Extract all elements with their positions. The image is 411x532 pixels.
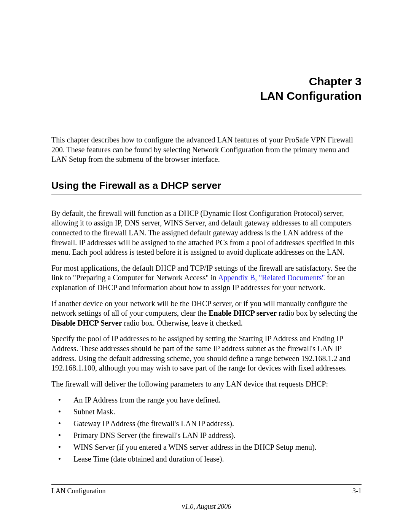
enable-dhcp-label: Enable DHCP server [209, 309, 277, 317]
footer-rule [51, 484, 362, 485]
chapter-name: LAN Configuration [51, 89, 362, 103]
body-paragraph-5: The firewall will deliver the following … [51, 379, 362, 389]
footer-row: LAN Configuration 3-1 [51, 487, 362, 495]
intro-paragraph: This chapter describes how to configure … [51, 135, 362, 165]
chapter-title: Chapter 3 LAN Configuration [51, 74, 362, 103]
list-item: Subnet Mask. [51, 407, 362, 417]
list-item: Lease Time (date obtained and duration o… [51, 454, 362, 464]
footer-version: v1.0, August 2006 [51, 503, 362, 511]
dhcp-parameter-list: An IP Address from the range you have de… [51, 395, 362, 464]
page-footer: LAN Configuration 3-1 v1.0, August 2006 [51, 484, 362, 511]
list-item: WINS Server (if you entered a WINS serve… [51, 442, 362, 452]
appendix-b-link[interactable]: Appendix B, "Related Documents" [218, 273, 325, 282]
section-rule [51, 195, 362, 195]
list-item: An IP Address from the range you have de… [51, 395, 362, 405]
p3-mid: radio box by selecting the [277, 309, 357, 317]
footer-left: LAN Configuration [51, 487, 105, 495]
p3-post: radio box. Otherwise, leave it checked. [122, 319, 243, 327]
body-paragraph-3: If another device on your network will b… [51, 299, 362, 328]
disable-dhcp-label: Disable DHCP Server [51, 319, 122, 327]
body-paragraph-4: Specify the pool of IP addresses to be a… [51, 334, 362, 373]
body-paragraph-1: By default, the firewall will function a… [51, 209, 362, 257]
section-heading: Using the Firewall as a DHCP server [51, 180, 362, 192]
chapter-number: Chapter 3 [309, 75, 362, 88]
document-page: Chapter 3 LAN Configuration This chapter… [0, 0, 411, 532]
list-item: Primary DNS Server (the firewall's LAN I… [51, 430, 362, 441]
body-paragraph-2: For most applications, the default DHCP … [51, 264, 362, 293]
list-item: Gateway IP Address (the firewall's LAN I… [51, 419, 362, 429]
footer-page-number: 3-1 [352, 487, 362, 495]
